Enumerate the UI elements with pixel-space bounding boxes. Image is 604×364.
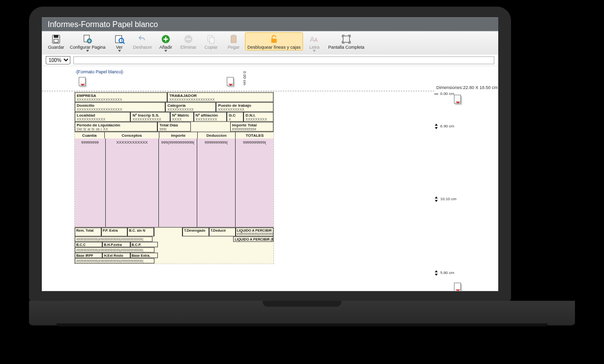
laptop-base (29, 301, 575, 326)
view-icon (114, 34, 125, 45)
dimensions-label: Dimensiones:22.80 X 18.50 cm (436, 85, 498, 90)
svg-rect-10 (210, 37, 214, 43)
title-bar: Informes-Formato Papel blanco (42, 18, 498, 31)
paste-button[interactable]: Pegar (222, 32, 245, 51)
drag-handle[interactable] (454, 283, 461, 291)
font-icon: AA (309, 34, 320, 45)
zoom-select[interactable]: 100% (46, 56, 70, 64)
font-button[interactable]: AA Letra (303, 32, 326, 53)
save-button[interactable]: Guardar (45, 32, 67, 51)
chevron-down-icon (118, 50, 121, 52)
svg-rect-5 (115, 35, 121, 43)
workspace: Formato Papel blanco 0.00 cm EMPRESAXXXX… (42, 66, 498, 291)
footer-section: Rem. Total P.P. Extra B.C. sin N T.Deven… (75, 227, 273, 264)
lock-open-icon (269, 34, 279, 45)
drag-handle[interactable] (454, 95, 461, 104)
zoom-bar: 100% (42, 55, 498, 66)
toolbar: Guardar Configurar Pagina Ver Deshacer (42, 31, 498, 55)
save-icon (51, 34, 61, 45)
fullscreen-icon (341, 34, 352, 45)
svg-rect-1 (54, 35, 58, 38)
delete-button[interactable]: Eliminar (177, 32, 200, 51)
undo-icon (137, 34, 148, 45)
page-setup-icon (82, 34, 93, 45)
svg-rect-11 (231, 35, 237, 43)
window-title: Informes-Formato Papel blanco (48, 20, 158, 29)
svg-rect-16 (343, 36, 349, 42)
minus-circle-icon (183, 34, 194, 45)
copy-icon (206, 34, 216, 45)
svg-rect-13 (272, 39, 277, 43)
undo-button[interactable]: Deshacer (131, 32, 155, 51)
chevron-down-icon (86, 50, 89, 52)
paste-icon (228, 34, 239, 45)
plus-circle-icon (160, 34, 171, 45)
app-window: Informes-Formato Papel blanco Guardar Co… (42, 18, 498, 291)
canvas[interactable]: Formato Papel blanco 0.00 cm EMPRESAXXXX… (42, 66, 434, 291)
chevron-down-icon (313, 50, 316, 52)
add-button[interactable]: Añadir (154, 32, 177, 53)
chevron-down-icon (164, 50, 167, 52)
detail-section: 99999999 XXXXXXXXXXXX 999(99999999999( 9… (75, 139, 273, 227)
address-field[interactable] (73, 57, 494, 64)
report-page[interactable]: EMPRESAXXXXXXXXXXXXXXXXXXX TRABAJADORXXX… (74, 92, 274, 264)
view-button[interactable]: Ver (108, 32, 131, 53)
copy-button[interactable]: Copiar (200, 32, 222, 51)
svg-text:A: A (314, 37, 318, 43)
format-label: Formato Papel blanco (75, 69, 124, 74)
ruler-top: 0.00 cm (242, 71, 247, 85)
ruler-panel: Dimensiones:22.80 X 18.50 cm 0.00 cm 6.9… (434, 66, 498, 291)
page-setup-button[interactable]: Configurar Pagina (67, 32, 108, 53)
fullscreen-button[interactable]: Pantalla Completa (326, 32, 367, 51)
drag-handle[interactable] (227, 77, 234, 86)
unlock-button[interactable]: Desbloquear líneas y cajas (245, 32, 303, 51)
header-section: EMPRESAXXXXXXXXXXXXXXXXXXX TRABAJADORXXX… (75, 92, 273, 139)
drag-handle[interactable] (79, 77, 86, 86)
svg-rect-12 (232, 34, 235, 36)
section-divider (42, 91, 434, 91)
